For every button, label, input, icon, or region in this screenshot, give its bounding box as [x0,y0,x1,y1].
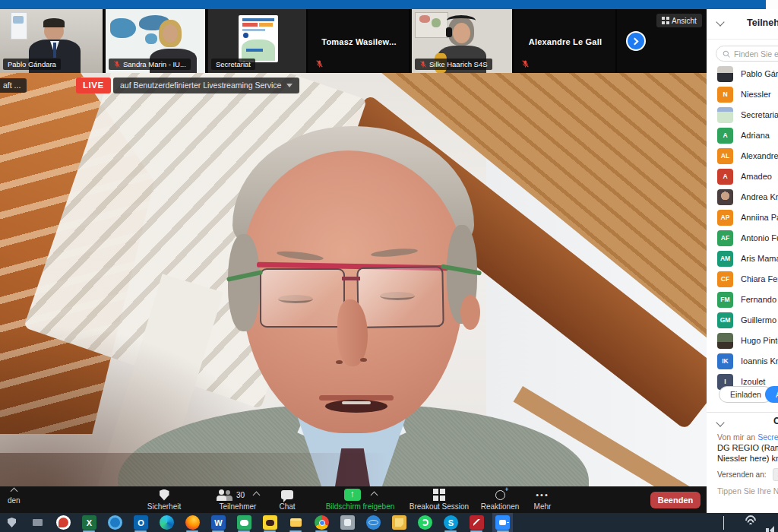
participants-button[interactable]: 30 Teilnehmer [204,489,272,511]
chrome-icon[interactable] [315,515,329,530]
participant-name: Ioannis Kroustal [741,356,778,366]
firefox-icon[interactable] [185,515,200,530]
reactions-smiley-icon [495,490,505,500]
chevron-up-icon[interactable] [370,491,378,499]
excel-icon[interactable]: X [82,515,96,530]
shield-icon [160,489,169,501]
security-app-icon[interactable] [5,515,19,530]
glasses-bridge [342,277,360,280]
end-meeting-button[interactable]: Beenden [650,492,701,508]
map-detail [419,15,430,23]
more-dots-icon: ••• [536,491,549,499]
video-tile-alexandre[interactable]: Alexandre Le Gall [515,9,617,73]
participant-row[interactable]: AF Antonio Fuster [707,228,778,248]
participant-search-input[interactable]: Finden Sie einen Teilnehmer [716,46,778,62]
wechat-icon[interactable] [237,515,251,530]
person-head [453,23,470,43]
avatar: CF [717,271,733,287]
search-placeholder: Finden Sie einen Teilnehmer [734,49,778,59]
participant-name: Niessler [741,90,771,99]
speaker-teeth [342,401,371,404]
send-to-dropdown[interactable]: Secr... [773,468,778,481]
gray-app-icon[interactable] [340,515,355,530]
tile-name-label: Sandra Marin - IU... [109,59,191,70]
avatar: AP [717,210,733,226]
participant-row[interactable]: AL Alexandre Le Gall [707,146,778,166]
wifi-icon[interactable] [745,517,757,526]
livestream-service-pill[interactable]: auf Benutzerdefinierter Livestreaming Se… [113,78,299,93]
participant-row[interactable]: Secretariat [707,105,778,125]
chat-divider [707,412,778,413]
send-to-label: Versenden an: [717,470,767,479]
participant-row[interactable]: Hugo Pinto [707,331,778,350]
tray-expand-button[interactable] [723,517,724,530]
top-strip-corner [766,0,778,9]
collapse-chat-icon[interactable] [716,418,724,426]
chevron-up-icon[interactable] [253,491,261,499]
edge-icon[interactable] [160,515,174,530]
participant-name: Adriana [741,131,770,140]
whatsapp-icon[interactable] [418,515,432,530]
collapse-panel-icon[interactable] [716,17,724,26]
video-tile-sandra[interactable]: Sandra Marin - IU... [106,9,207,73]
chat-title: Chat [773,416,778,426]
avatar [717,107,733,123]
participant-row[interactable]: N Niessler [707,84,778,104]
participants-label: Teilnehmer [220,502,257,511]
file-explorer-icon[interactable] [289,515,303,530]
participant-name: Aris Mamasioula [741,254,778,263]
glasses-lens-right [356,266,444,328]
participant-name: Secretariat [741,110,778,119]
avatar: FM [717,292,733,308]
more-label: Mehr [534,502,552,511]
participant-row[interactable]: A Amadeo [707,166,778,186]
video-tile-tomasz[interactable]: Tomasz Wasilew... [309,9,410,73]
participant-row[interactable]: IK Ioannis Kroustal [707,351,778,371]
participant-row[interactable]: AP Anniina Palmu [707,207,778,227]
poster-subtitle-line [242,29,265,31]
outlook-icon[interactable]: O [134,515,148,530]
grid-view-icon [662,17,665,20]
participant-row[interactable]: A Adriana [707,125,778,145]
chat-input[interactable]: Tippen Sie Ihre Nachricht [717,486,778,496]
word-icon[interactable]: W [211,515,226,530]
view-button-label: Ansicht [672,17,697,25]
more-button[interactable]: ••• Mehr [526,489,559,511]
participant-row[interactable]: FM Fernando M. [707,290,778,309]
skype-icon[interactable]: S [444,515,458,530]
breakout-button[interactable]: Breakout Session [399,489,479,511]
participant-name: Pablo Gándara [741,69,778,78]
zoom-icon[interactable] [495,515,510,530]
video-tile-secretariat[interactable]: Secretariat [208,9,308,73]
blue-ring-app-icon[interactable] [108,515,122,530]
participant-row[interactable]: AM Aris Mamasioula [707,249,778,268]
video-tile-silke[interactable]: Silke Haarich S4S [412,9,514,73]
headphones-earcup [446,27,452,37]
participants-footer: Einladen Alle stummschalten [707,383,778,409]
toolbar-clipped-control[interactable]: den [8,489,21,505]
muted-mic-icon [113,60,121,68]
participant-name: Chiara Ferrera_F [741,274,778,283]
video-tile-pablo[interactable]: Pablo Gándara [0,9,104,73]
chat-button[interactable]: Chat [267,489,307,511]
participant-row[interactable]: Andrea Knapp [707,187,778,207]
media-app-icon[interactable] [56,515,71,530]
participant-row[interactable]: GM Guillermo Martí [707,310,778,330]
participant-row[interactable]: Pablo Gándara [707,64,778,84]
participant-row[interactable]: CF Chiara Ferrera_F [707,269,778,289]
reactions-label: Reaktionen [481,502,520,511]
mute-all-button[interactable]: Alle stummschalten [765,386,778,403]
reactions-button[interactable]: Reaktionen [473,489,527,511]
globe-app-icon[interactable] [366,515,381,530]
speaker-icon[interactable] [766,526,776,532]
kakaotalk-icon[interactable] [263,515,277,530]
avatar: A [717,169,733,185]
share-screen-button[interactable]: ↑ Bildschirm freigeben [312,489,409,511]
security-button[interactable]: Sicherheit [141,489,188,511]
sticky-notes-icon[interactable] [392,515,406,530]
remote-desktop-icon[interactable] [30,515,45,530]
pdf-editor-icon[interactable] [470,515,484,530]
poster-orange-word [259,23,273,27]
view-button[interactable]: Ansicht [656,14,702,27]
next-videos-button[interactable] [626,31,646,51]
